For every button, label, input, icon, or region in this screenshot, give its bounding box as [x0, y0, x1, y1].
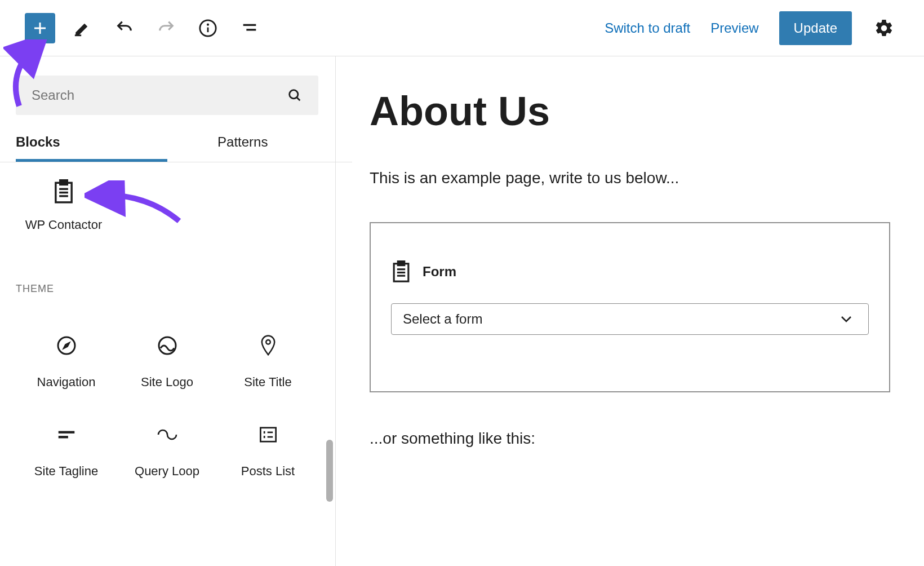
block-label: WP Contactor	[16, 218, 112, 232]
block-label: Navigation	[16, 375, 117, 390]
edit-tool-button[interactable]	[69, 14, 97, 42]
page-title[interactable]: About Us	[370, 90, 890, 133]
compass-icon	[56, 335, 77, 356]
list-view-icon	[240, 19, 259, 38]
inserter-tabs: Blocks Patterns	[16, 125, 318, 162]
block-label: Site Title	[217, 375, 318, 390]
loop-icon	[156, 428, 179, 441]
redo-button	[152, 14, 180, 42]
list-view-button[interactable]	[236, 14, 264, 42]
clipboard-icon	[391, 260, 411, 283]
block-label: Site Logo	[117, 375, 217, 390]
block-item-navigation[interactable]: Navigation	[16, 334, 117, 390]
settings-button[interactable]	[872, 16, 896, 40]
search-input[interactable]	[32, 87, 287, 103]
add-block-button[interactable]	[25, 13, 55, 43]
switch-to-draft-button[interactable]: Switch to draft	[605, 20, 690, 36]
clipboard-icon	[52, 179, 75, 204]
svg-line-9	[297, 98, 300, 101]
preview-button[interactable]: Preview	[710, 20, 758, 36]
svg-point-17	[159, 337, 176, 354]
form-block-placeholder[interactable]: Form Select a form	[370, 222, 890, 392]
topbar-left	[25, 13, 264, 43]
svg-rect-2	[75, 34, 81, 36]
block-item-wp-contactor[interactable]: WP Contactor	[16, 179, 112, 232]
block-item-site-tagline[interactable]: Site Tagline	[16, 423, 117, 479]
block-label: Query Loop	[117, 464, 217, 479]
info-button[interactable]	[194, 14, 222, 42]
update-button[interactable]: Update	[779, 11, 852, 45]
posts-list-icon	[259, 426, 278, 443]
block-item-site-title[interactable]: Site Title	[217, 334, 318, 390]
form-block-title: Form	[423, 264, 456, 280]
svg-rect-27	[398, 261, 404, 265]
redo-icon	[157, 19, 176, 38]
svg-point-8	[290, 90, 298, 99]
info-icon	[198, 19, 217, 38]
block-item-posts-list[interactable]: Posts List	[217, 423, 318, 479]
undo-icon	[115, 19, 134, 38]
site-logo-icon	[157, 335, 177, 356]
map-pin-icon	[260, 335, 277, 356]
tagline-icon	[56, 429, 77, 440]
form-block-header: Form	[391, 260, 869, 283]
search-box[interactable]	[16, 76, 318, 115]
undo-button[interactable]	[110, 14, 139, 42]
form-select-value: Select a form	[403, 311, 482, 327]
block-inserter-sidebar: Blocks Patterns WP Contactor THEME Navig…	[0, 56, 336, 566]
block-label: Site Tagline	[16, 464, 117, 479]
paragraph-block[interactable]: This is an example page, write to us bel…	[370, 169, 890, 187]
form-select[interactable]: Select a form	[391, 303, 869, 335]
tab-patterns[interactable]: Patterns	[167, 125, 319, 162]
block-label: Posts List	[217, 464, 318, 479]
svg-rect-21	[260, 428, 276, 442]
svg-point-18	[266, 340, 270, 344]
sidebar-scrollbar[interactable]	[326, 440, 333, 502]
gear-icon	[874, 18, 894, 38]
svg-rect-11	[60, 180, 68, 185]
editor-canvas[interactable]: About Us This is an example page, write …	[336, 56, 924, 566]
theme-section-heading: THEME	[16, 283, 318, 295]
block-item-site-logo[interactable]: Site Logo	[117, 334, 217, 390]
chevron-down-icon	[840, 315, 852, 323]
search-icon	[287, 87, 303, 103]
block-item-query-loop[interactable]: Query Loop	[117, 423, 217, 479]
svg-marker-16	[64, 343, 69, 348]
topbar-right: Switch to draft Preview Update	[605, 11, 896, 45]
topbar: Switch to draft Preview Update	[0, 0, 924, 56]
plus-icon	[32, 20, 48, 37]
tab-blocks[interactable]: Blocks	[16, 125, 167, 162]
theme-blocks-grid: Navigation Site Logo Site Title Site Tag…	[16, 334, 318, 479]
workspace: Blocks Patterns WP Contactor THEME Navig…	[0, 56, 924, 566]
paragraph-block[interactable]: ...or something like this:	[370, 430, 890, 448]
pencil-icon	[73, 19, 92, 38]
